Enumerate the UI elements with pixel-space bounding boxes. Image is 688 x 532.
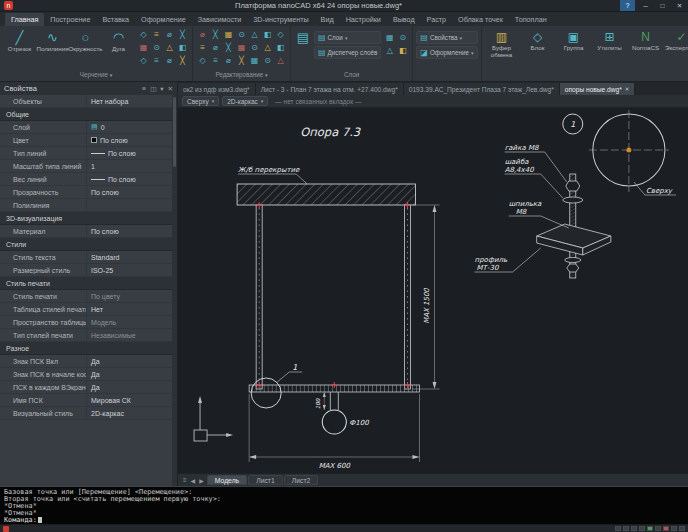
ribbon-small-icon[interactable]: ◧ — [274, 41, 287, 54]
dimension-max-600[interactable] — [249, 394, 419, 462]
ribbon-small-icon[interactable]: ≡ — [150, 54, 163, 67]
ribbon-small-icon[interactable]: ╳ — [176, 28, 189, 41]
document-tab-3[interactable]: опоры новые.dwg*✕ — [560, 83, 635, 95]
ribbon-small-icon[interactable]: ╳ — [176, 54, 189, 67]
visual-style-button[interactable]: 2D-каркас▾ — [222, 96, 268, 106]
ribbon-small-icon[interactable]: ⊙ — [235, 28, 248, 41]
panel-header-icon-1[interactable]: ◫ — [150, 85, 156, 93]
ribbon-small-icon[interactable]: △ — [274, 54, 287, 67]
drawing-canvas[interactable]: Опора 7.3 Ж/б перекрытие — [178, 108, 688, 473]
props-value[interactable]: 1 — [86, 160, 177, 172]
ribbon-small-icon[interactable]: △ — [261, 41, 274, 54]
detail-labels[interactable]: гайка М8 шайба А8,4х40 шпилька М8 профил… — [475, 144, 569, 272]
draw-tool-3[interactable]: ◠Дуга — [102, 28, 135, 53]
ribbon-small-icon[interactable]: ⊙ — [248, 41, 261, 54]
props-section-1[interactable]: Общие — [0, 108, 177, 121]
ribbon-small-icon[interactable]: ⊙ — [261, 54, 274, 67]
status-toggle-icon-4[interactable] — [647, 526, 653, 531]
scrollbar-thumb[interactable] — [173, 97, 176, 167]
right-post[interactable] — [404, 205, 410, 389]
ribbon-small-icon[interactable]: ⌀ — [163, 54, 176, 67]
ribbon-big-button-2[interactable]: ▣Группа — [557, 28, 591, 52]
close-tab-icon[interactable]: ✕ — [625, 86, 630, 92]
ribbon-tab-11[interactable]: Топоплан — [509, 13, 553, 26]
ribbon-small-icon[interactable]: ◧ — [261, 28, 274, 41]
help-button[interactable]: ? — [620, 0, 635, 11]
ribbon-small-icon[interactable]: ╳ — [235, 54, 248, 67]
ribbon-big-button-5[interactable]: ✓Экспертиза — [665, 28, 688, 52]
group-label-editing[interactable]: Редактирование ▾ — [196, 71, 287, 81]
status-toggle-icon-7[interactable] — [671, 526, 677, 531]
layout-tab-1[interactable]: Лист1 — [248, 475, 283, 485]
ribbon-tab-0[interactable]: Главная — [5, 13, 44, 26]
layout-nav-icon-2[interactable]: ▶ — [197, 477, 206, 484]
command-line[interactable]: Базовая точка или [Перемещение] <Перемещ… — [0, 486, 688, 524]
ribbon-tab-9[interactable]: Растр — [421, 13, 452, 26]
ribbon-big-button-4[interactable]: NNormaCS — [629, 28, 663, 52]
ribbon-small-icon[interactable]: ╳ — [209, 28, 222, 41]
status-toggle-icon-2[interactable] — [631, 526, 637, 531]
pipe-diameter-label[interactable]: Ф100 — [349, 419, 369, 427]
ribbon-small-icon[interactable]: ▦ — [383, 31, 396, 44]
props-value[interactable]: Независимые — [86, 329, 177, 341]
concrete-slab[interactable] — [237, 184, 415, 205]
ribbon-small-icon[interactable]: △ — [248, 28, 261, 41]
stud-assembly[interactable] — [537, 174, 611, 278]
document-tab-2[interactable]: 0193.39.АС_Президент Плаза 7 этаж_Лев.dw… — [404, 83, 560, 95]
panel-header-icon-3[interactable]: ✕ — [168, 85, 173, 93]
panel-header-icon-2[interactable]: ▾ — [160, 85, 163, 93]
props-section-14[interactable]: Стиль печати — [0, 277, 177, 290]
ribbon-small-icon[interactable]: ◧ — [176, 41, 189, 54]
pipe[interactable] — [322, 392, 346, 434]
top-view[interactable] — [589, 110, 669, 192]
dim-600-label[interactable]: MAX 600 — [319, 462, 351, 470]
ribbon-small-icon[interactable]: ≡ — [196, 41, 209, 54]
status-toggle-icon-8[interactable] — [679, 526, 685, 531]
ribbon-small-icon[interactable]: ⌀ — [196, 28, 209, 41]
props-value[interactable]: По цвету — [86, 290, 177, 302]
group-label-drawing[interactable]: Черчение ▾ — [3, 71, 189, 81]
ribbon-small-icon[interactable]: ⌀ — [222, 54, 235, 67]
maximize-button[interactable]: □ — [654, 0, 671, 11]
props-value[interactable]: По слою — [86, 147, 177, 159]
ribbon-small-icon[interactable]: ⊙ — [396, 31, 409, 44]
stack-button-0[interactable]: ▤Свойства▾ — [416, 31, 477, 44]
ribbon-small-icon[interactable]: ◇ — [196, 54, 209, 67]
status-toggle-icon-5[interactable] — [655, 526, 661, 531]
group-label-layers[interactable]: Слои — [294, 71, 409, 81]
props-value[interactable]: Standard — [86, 251, 177, 263]
props-section-11[interactable]: Стили — [0, 238, 177, 251]
ribbon-tab-7[interactable]: Настройки — [340, 13, 387, 26]
props-value[interactable]: По слою — [86, 186, 177, 198]
status-toggle-icon-0[interactable] — [615, 526, 621, 531]
props-value[interactable]: Нет — [86, 303, 177, 315]
ribbon-big-button-0[interactable]: ▥Буфер обмена — [485, 28, 519, 59]
ribbon-small-icon[interactable]: ⌀ — [163, 28, 176, 41]
ribbon-small-icon[interactable]: ⌀ — [209, 41, 222, 54]
props-value[interactable]: ISO-25 — [86, 264, 177, 276]
props-value[interactable]: Мировая СК — [86, 394, 177, 406]
ribbon-small-icon[interactable]: ◇ — [137, 54, 150, 67]
slab-label[interactable]: Ж/б перекрытие — [238, 166, 300, 174]
minimize-button[interactable]: ─ — [637, 0, 654, 11]
props-value[interactable]: По слою — [86, 225, 177, 237]
layers-button-1[interactable]: ▤Диспетчер слоёв — [314, 46, 381, 59]
ribbon-tab-2[interactable]: Вставка — [96, 13, 135, 26]
ribbon-small-icon[interactable]: ▦ — [222, 28, 235, 41]
ribbon-tab-8[interactable]: Вывод — [387, 13, 421, 26]
layout-tab-2[interactable]: Лист2 — [284, 475, 319, 485]
ribbon-small-icon[interactable]: ▦ — [137, 41, 150, 54]
ribbon-small-icon[interactable]: ▦ — [248, 54, 261, 67]
close-button[interactable]: ✕ — [671, 0, 688, 11]
layout-nav-icon-0[interactable]: ≡ — [181, 477, 189, 484]
cad-drawing[interactable]: Опора 7.3 Ж/б перекрытие — [178, 108, 688, 473]
ribbon-small-icon[interactable]: △ — [383, 44, 396, 57]
ribbon-small-icon[interactable]: ▦ — [235, 41, 248, 54]
ribbon-tab-5[interactable]: 3D-инструменты — [247, 13, 314, 26]
document-tab-1[interactable]: Лист - 3 - План 7 этажа на отм. +27.400.… — [256, 83, 404, 95]
layout-nav-icon-1[interactable]: ◀ — [189, 477, 198, 484]
props-value[interactable]: 2D-каркас — [86, 407, 177, 419]
layers-button-0[interactable]: ▤Слои▾ — [314, 31, 381, 44]
ribbon-small-icon[interactable]: ◇ — [274, 28, 287, 41]
status-toggle-icon-3[interactable] — [639, 526, 645, 531]
